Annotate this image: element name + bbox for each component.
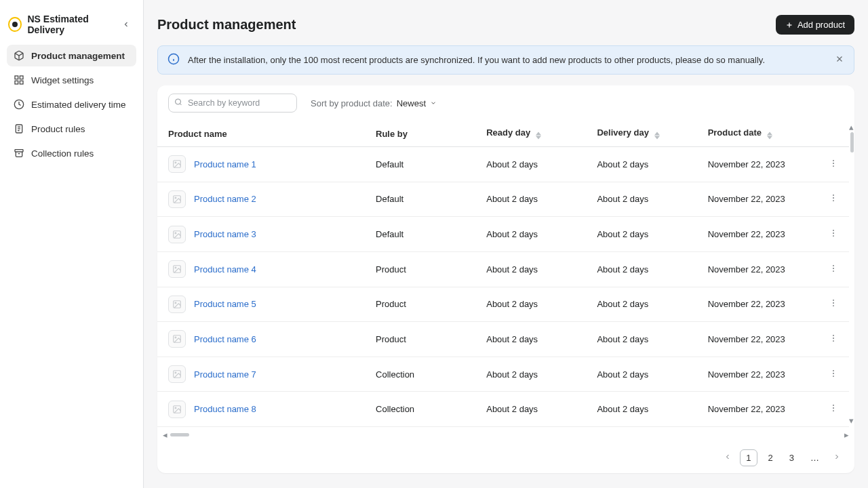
row-menu-button[interactable] xyxy=(814,147,849,182)
svg-point-23 xyxy=(833,160,834,161)
product-link[interactable]: Product name 3 xyxy=(194,229,256,239)
svg-point-30 xyxy=(833,201,834,202)
svg-point-44 xyxy=(833,302,834,304)
svg-rect-1 xyxy=(15,76,18,79)
sort-icon xyxy=(536,131,541,140)
rule-cell: Product xyxy=(365,287,475,322)
scroll-up-icon[interactable]: ▴ xyxy=(849,122,854,132)
th-ready-day[interactable]: Ready day xyxy=(475,121,586,147)
sidebar-item-label: Collection rules xyxy=(31,148,94,159)
th-product-date[interactable]: Product date xyxy=(697,121,814,147)
sidebar-item-label: Product management xyxy=(31,51,125,61)
svg-point-60 xyxy=(833,410,834,411)
svg-point-57 xyxy=(175,407,176,409)
product-link[interactable]: Product name 7 xyxy=(194,369,256,380)
pagination-page-2[interactable]: 2 xyxy=(763,450,778,466)
svg-point-34 xyxy=(833,232,834,234)
delivery-cell: About 2 days xyxy=(586,357,696,392)
sidebar-header: NS Estimated Delivery xyxy=(7,11,136,42)
row-menu-button[interactable] xyxy=(814,182,849,217)
sidebar-item-label: Widget settings xyxy=(31,75,94,85)
th-product-name[interactable]: Product name xyxy=(157,121,365,147)
sort-control[interactable]: Sort by product date: Newest xyxy=(311,98,437,108)
search-icon xyxy=(174,98,182,108)
svg-point-43 xyxy=(833,300,834,301)
row-menu-button[interactable] xyxy=(814,392,849,427)
product-link[interactable]: Product name 8 xyxy=(194,404,256,414)
pagination-page-1[interactable]: 1 xyxy=(740,449,757,466)
svg-point-53 xyxy=(833,370,834,371)
info-banner: After the installation, only the 100 mos… xyxy=(157,45,854,75)
date-cell: November 22, 2023 xyxy=(697,147,814,182)
table-toolbar: Sort by product date: Newest xyxy=(157,85,854,121)
sidebar-item-product-rules[interactable]: Product rules xyxy=(7,118,136,140)
svg-point-29 xyxy=(833,198,834,199)
scroll-down-icon[interactable]: ▾ xyxy=(849,415,854,426)
svg-point-45 xyxy=(833,305,834,306)
sidebar-item-widget-settings[interactable]: Widget settings xyxy=(7,69,136,91)
product-link[interactable]: Product name 4 xyxy=(194,264,256,274)
rule-cell: Default xyxy=(365,147,475,182)
scrollbar-thumb[interactable] xyxy=(170,433,189,436)
date-cell: November 22, 2023 xyxy=(697,251,814,287)
brand: NS Estimated Delivery xyxy=(8,14,120,35)
sort-label: Sort by product date: xyxy=(311,98,393,108)
widget-icon xyxy=(14,75,24,85)
sidebar-item-collection-rules[interactable]: Collection rules xyxy=(7,142,136,164)
add-product-button[interactable]: Add product xyxy=(776,15,854,35)
row-menu-button[interactable] xyxy=(814,357,849,392)
horizontal-scrollbar[interactable]: ◂ ▸ xyxy=(157,427,854,443)
product-link[interactable]: Product name 1 xyxy=(194,159,256,169)
delivery-cell: About 2 days xyxy=(586,251,696,287)
svg-point-49 xyxy=(833,338,834,339)
image-placeholder-icon xyxy=(168,190,186,208)
product-link[interactable]: Product name 6 xyxy=(194,334,256,344)
date-cell: November 22, 2023 xyxy=(697,322,814,357)
svg-point-48 xyxy=(833,335,834,336)
delivery-cell: About 2 days xyxy=(586,322,696,357)
table-row: Product name 1 Default About 2 days Abou… xyxy=(157,147,849,182)
vertical-scrollbar[interactable]: ▴ ▾ xyxy=(849,121,854,427)
svg-point-19 xyxy=(176,99,181,104)
row-menu-button[interactable] xyxy=(814,322,849,357)
svg-point-27 xyxy=(175,197,176,199)
row-menu-button[interactable] xyxy=(814,251,849,287)
ready-cell: About 2 days xyxy=(475,322,586,357)
svg-point-59 xyxy=(833,407,834,409)
table-row: Product name 2 Default About 2 days Abou… xyxy=(157,182,849,217)
scroll-right-icon[interactable]: ▸ xyxy=(844,430,849,440)
collapse-sidebar-button[interactable] xyxy=(120,18,132,31)
scroll-left-icon[interactable]: ◂ xyxy=(163,430,167,440)
pagination: 1 2 3 … xyxy=(157,443,854,473)
row-menu-button[interactable] xyxy=(814,217,849,252)
svg-point-35 xyxy=(833,235,834,237)
search-wrap xyxy=(168,94,297,113)
svg-point-52 xyxy=(175,372,176,373)
rule-cell: Product xyxy=(365,251,475,287)
th-rule-by[interactable]: Rule by xyxy=(365,121,475,147)
pagination-prev[interactable] xyxy=(721,450,734,466)
row-menu-button[interactable] xyxy=(814,287,849,322)
svg-point-58 xyxy=(833,405,834,406)
product-link[interactable]: Product name 5 xyxy=(194,299,256,309)
ready-cell: About 2 days xyxy=(475,287,586,322)
page-title: Product management xyxy=(157,17,296,33)
delivery-cell: About 2 days xyxy=(586,182,696,217)
svg-point-40 xyxy=(833,270,834,272)
search-input[interactable] xyxy=(168,94,297,113)
rule-cell: Default xyxy=(365,217,475,252)
delivery-cell: About 2 days xyxy=(586,217,696,252)
sidebar-item-estimated-delivery[interactable]: Estimated delivery time xyxy=(7,94,136,115)
svg-point-39 xyxy=(833,268,834,269)
pagination-next[interactable] xyxy=(830,450,844,466)
sidebar-item-product-management[interactable]: Product management xyxy=(7,45,136,66)
svg-point-37 xyxy=(175,267,176,268)
product-link[interactable]: Product name 2 xyxy=(194,194,256,204)
th-delivery-day[interactable]: Delivery day xyxy=(586,121,696,147)
image-placeholder-icon xyxy=(168,155,186,173)
pagination-page-3[interactable]: 3 xyxy=(784,450,800,466)
close-banner-button[interactable] xyxy=(835,54,844,66)
document-icon xyxy=(14,123,24,134)
rule-cell: Default xyxy=(365,182,475,217)
scrollbar-thumb[interactable] xyxy=(850,132,854,152)
